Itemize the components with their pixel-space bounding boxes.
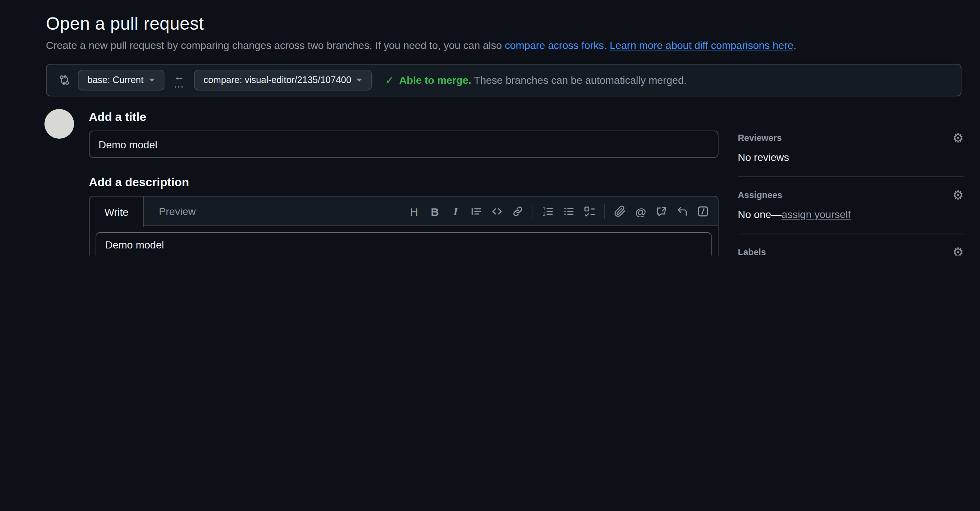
task-list-icon [584, 206, 595, 217]
gear-icon[interactable]: ⚙ [953, 246, 964, 256]
bold-button[interactable]: B [425, 201, 445, 222]
task-list-button[interactable] [579, 201, 600, 222]
sidebar-section-reviewers: Reviewers ⚙ No reviews [738, 123, 964, 177]
description-label: Add a description [89, 176, 719, 189]
chevron-down-icon [356, 78, 362, 81]
subtitle-text: Create a new pull request by comparing c… [46, 39, 505, 51]
editor-header: Write Preview H B I [90, 196, 718, 226]
italic-icon: I [453, 205, 458, 218]
paperclip-icon [614, 206, 626, 217]
merge-status-bold: Able to merge. [399, 74, 471, 86]
toolbar-separator [533, 204, 533, 219]
link-button[interactable] [508, 201, 528, 222]
markdown-toolbar: H B I [404, 196, 718, 226]
sidebar-section-labels: Labels ⚙ None yet [738, 234, 964, 256]
svg-text:1: 1 [543, 206, 546, 211]
gear-icon[interactable]: ⚙ [953, 132, 964, 144]
diff-comparisons-link[interactable]: Learn more about diff comparisons here [609, 39, 793, 51]
quote-icon [470, 206, 482, 217]
branch-compare-bar: base: Current ← … compare: visual-editor… [46, 64, 961, 96]
assignees-value: No one—assign yourself [738, 208, 964, 220]
code-button[interactable] [487, 201, 508, 222]
compare-branch-selector[interactable]: compare: visual-editor/2135/107400 [194, 70, 372, 91]
toolbar-separator [605, 204, 605, 219]
reviewers-value: No reviews [738, 151, 964, 163]
gear-icon[interactable]: ⚙ [953, 189, 964, 201]
reply-icon [676, 206, 688, 217]
italic-button[interactable]: I [445, 201, 466, 222]
title-input[interactable] [89, 131, 719, 158]
heading-icon: H [410, 205, 418, 218]
assign-yourself-link[interactable]: assign yourself [781, 208, 851, 220]
labels-label: Labels [738, 247, 766, 256]
title-label: Add a title [89, 110, 719, 124]
numbered-list-button[interactable]: 12 [538, 201, 558, 222]
bullet-list-icon [563, 206, 575, 217]
check-icon: ✓ [385, 74, 394, 86]
code-icon [491, 206, 503, 217]
avatar [45, 109, 74, 139]
ellipsis-icon: … [173, 80, 185, 88]
open-pull-request-page: Open a pull request Create a new pull re… [0, 0, 980, 256]
link-icon [512, 206, 524, 217]
compare-across-forks-link[interactable]: compare across forks [505, 39, 604, 51]
heading-button[interactable]: H [404, 201, 425, 222]
editor-body: Demo model [90, 226, 718, 256]
tab-preview[interactable]: Preview [144, 196, 211, 226]
cross-reference-button[interactable] [651, 201, 672, 222]
page-title: Open a pull request [46, 13, 961, 34]
reply-button[interactable] [672, 201, 693, 222]
description-editor: Write Preview H B I [89, 196, 719, 256]
sidebar-section-assignees: Assignees ⚙ No one—assign yourself [738, 177, 964, 234]
sidebar: Reviewers ⚙ No reviews Assignees ⚙ No on… [738, 123, 964, 256]
compare-direction-arrow: ← … [172, 72, 186, 88]
slash-commands-icon [697, 206, 709, 217]
quote-button[interactable] [466, 201, 487, 222]
base-branch-selector[interactable]: base: Current [78, 70, 164, 91]
page-subtitle: Create a new pull request by comparing c… [46, 39, 961, 51]
description-textarea[interactable]: Demo model [95, 232, 712, 256]
slash-commands-button[interactable] [693, 201, 713, 222]
bold-icon: B [431, 205, 439, 218]
merge-status-detail: These branches can be automatically merg… [474, 74, 687, 86]
tab-write[interactable]: Write [90, 196, 144, 227]
chevron-down-icon [148, 78, 154, 81]
merge-status: ✓ Able to merge. These branches can be a… [385, 74, 687, 86]
cross-reference-icon [655, 206, 667, 217]
svg-text:2: 2 [543, 212, 546, 217]
mention-icon: @ [635, 205, 646, 218]
reviewers-label: Reviewers [738, 133, 782, 143]
numbered-list-icon: 12 [542, 206, 554, 217]
git-compare-icon [59, 74, 70, 86]
bullet-list-button[interactable] [558, 201, 579, 222]
mention-button[interactable]: @ [630, 201, 651, 222]
attach-file-button[interactable] [609, 201, 630, 222]
assignees-label: Assignees [738, 190, 782, 200]
